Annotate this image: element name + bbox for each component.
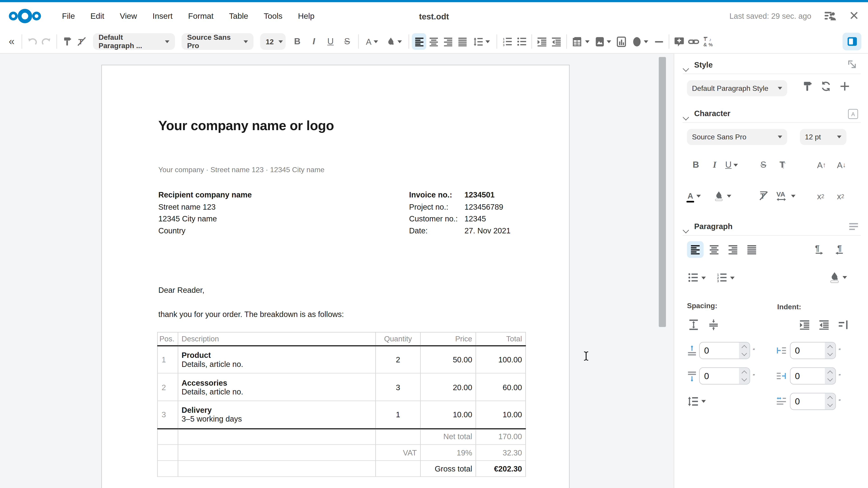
menu-edit[interactable]: Edit: [83, 8, 112, 24]
paragraph-style-select[interactable]: Default Paragraph ...: [93, 33, 175, 50]
undock-panel-icon[interactable]: [847, 60, 857, 70]
bold-icon[interactable]: B: [289, 33, 305, 50]
sidebar-decrease-indent-icon[interactable]: [815, 317, 832, 333]
align-center-icon[interactable]: [426, 33, 441, 50]
sidebar-toggle-icon[interactable]: [842, 33, 861, 50]
refresh-style-icon[interactable]: [817, 78, 834, 94]
stepper[interactable]: [825, 343, 835, 359]
clone-formatting-icon[interactable]: [60, 33, 74, 50]
font-color-icon[interactable]: A: [362, 33, 382, 50]
update-style-icon[interactable]: [799, 78, 815, 94]
superscript-icon[interactable]: x2: [817, 188, 825, 204]
user-list-icon[interactable]: [824, 10, 837, 22]
indent-before-input[interactable]: 0: [790, 342, 836, 359]
clear-formatting-icon[interactable]: T: [74, 33, 89, 50]
bullet-list-icon[interactable]: [514, 33, 529, 50]
sidebar-bullet-list-icon[interactable]: [688, 269, 706, 286]
character-spacing-icon[interactable]: VA: [776, 188, 796, 204]
hanging-indent-icon[interactable]: [835, 317, 851, 333]
close-icon[interactable]: ✕: [849, 10, 859, 22]
undo-icon[interactable]: [25, 33, 39, 50]
increase-paragraph-spacing-icon[interactable]: [685, 317, 702, 333]
sidebar-shadow-icon[interactable]: T: [774, 157, 790, 173]
new-style-icon[interactable]: [836, 78, 853, 94]
sidebar-numbered-list-icon[interactable]: 123: [717, 269, 735, 286]
sidebar-increase-indent-icon[interactable]: [796, 317, 813, 333]
document-page[interactable]: Your company name or logo Your company ·…: [101, 65, 569, 488]
stepper[interactable]: [739, 343, 749, 359]
style-name-select[interactable]: Default Paragraph Style: [687, 80, 787, 96]
sidebar-font-size-select[interactable]: 12 pt: [800, 129, 846, 145]
sidebar-font-name-select[interactable]: Source Sans Pro: [687, 129, 787, 145]
spacing-above-input[interactable]: 0: [699, 342, 750, 359]
sidebar-font-color-icon[interactable]: A: [688, 188, 701, 204]
strikethrough-icon[interactable]: S: [339, 33, 355, 50]
menu-view[interactable]: View: [112, 8, 145, 24]
insert-link-icon[interactable]: [686, 33, 701, 50]
paragraph-ltr-icon[interactable]: ¶: [810, 241, 827, 258]
chevron-down-icon[interactable]: [684, 63, 688, 73]
style-section-title: Style: [694, 60, 713, 69]
decrease-indent-icon[interactable]: [549, 33, 563, 50]
shrink-font-icon[interactable]: A↓: [837, 157, 846, 173]
menu-table[interactable]: Table: [221, 8, 256, 24]
decrease-paragraph-spacing-icon[interactable]: [705, 317, 722, 333]
sidebar-align-right-icon[interactable]: [725, 241, 741, 258]
line-spacing-icon[interactable]: [469, 33, 494, 50]
insert-line-icon[interactable]: [651, 33, 666, 50]
align-left-icon[interactable]: [412, 33, 426, 50]
meta-value: 123456789: [465, 201, 510, 213]
redo-icon[interactable]: [39, 33, 54, 50]
font-size-select[interactable]: 12: [260, 33, 286, 50]
font-name-select[interactable]: Source Sans Pro: [182, 33, 253, 50]
sidebar-align-left-icon[interactable]: [687, 241, 704, 258]
menu-format[interactable]: Format: [180, 8, 221, 24]
document-canvas[interactable]: Your company name or logo Your company ·…: [0, 54, 674, 488]
invoice-table[interactable]: Pos. Description Quantity Price Total 1 …: [157, 332, 526, 477]
indent-after-input[interactable]: 0: [790, 367, 836, 385]
stepper[interactable]: [739, 368, 749, 384]
justify-icon[interactable]: [455, 33, 469, 50]
sidebar-italic-icon[interactable]: I: [706, 157, 723, 173]
spacing-below-input[interactable]: 0: [699, 367, 750, 385]
increase-indent-icon[interactable]: [535, 33, 549, 50]
sidebar-strikethrough-icon[interactable]: S: [755, 157, 772, 173]
paragraph-rtl-icon[interactable]: ¶: [831, 241, 848, 258]
line-spacing-select-icon[interactable]: [688, 393, 706, 410]
insert-comment-icon[interactable]: [672, 33, 686, 50]
underline-icon[interactable]: U: [322, 33, 339, 50]
italic-icon[interactable]: I: [306, 33, 322, 50]
doc-salutation: Dear Reader,: [158, 285, 204, 296]
sidebar-justify-icon[interactable]: [743, 241, 760, 258]
collapse-toolbar-icon[interactable]: «: [4, 33, 19, 50]
insert-shape-icon[interactable]: [628, 33, 652, 50]
insert-image-icon[interactable]: [592, 33, 614, 50]
sidebar-bold-icon[interactable]: B: [688, 157, 704, 173]
first-line-indent-input[interactable]: 0: [790, 393, 836, 410]
chevron-down-icon[interactable]: [684, 225, 688, 234]
vertical-scrollbar[interactable]: [659, 57, 666, 327]
highlight-color-icon[interactable]: [382, 33, 406, 50]
menu-help[interactable]: Help: [290, 8, 322, 24]
stepper[interactable]: [825, 368, 835, 384]
align-right-icon[interactable]: [440, 33, 455, 50]
sidebar-clear-formatting-icon[interactable]: T: [755, 188, 772, 204]
chevron-down-icon[interactable]: [684, 112, 688, 122]
menu-file[interactable]: File: [54, 8, 83, 24]
menu-tools[interactable]: Tools: [256, 8, 290, 24]
insert-table-icon[interactable]: [569, 33, 592, 50]
character-dialog-icon[interactable]: A: [848, 109, 858, 119]
paragraph-dialog-icon[interactable]: [848, 222, 859, 231]
special-character-icon[interactable]: T♪&%: [701, 33, 715, 50]
sidebar-align-center-icon[interactable]: [706, 241, 722, 258]
numbered-list-icon[interactable]: 123: [500, 33, 514, 50]
insert-chart-icon[interactable]: [614, 33, 628, 50]
sidebar-underline-icon[interactable]: U: [725, 157, 738, 173]
subscript-icon[interactable]: x2: [837, 188, 844, 204]
stepper[interactable]: [825, 393, 835, 410]
grow-font-icon[interactable]: A↑: [817, 157, 826, 173]
paragraph-background-color-icon[interactable]: [829, 268, 847, 286]
sidebar-highlight-color-icon[interactable]: [714, 188, 731, 204]
before-text-indent-icon: [776, 345, 786, 356]
menu-insert[interactable]: Insert: [145, 8, 180, 24]
